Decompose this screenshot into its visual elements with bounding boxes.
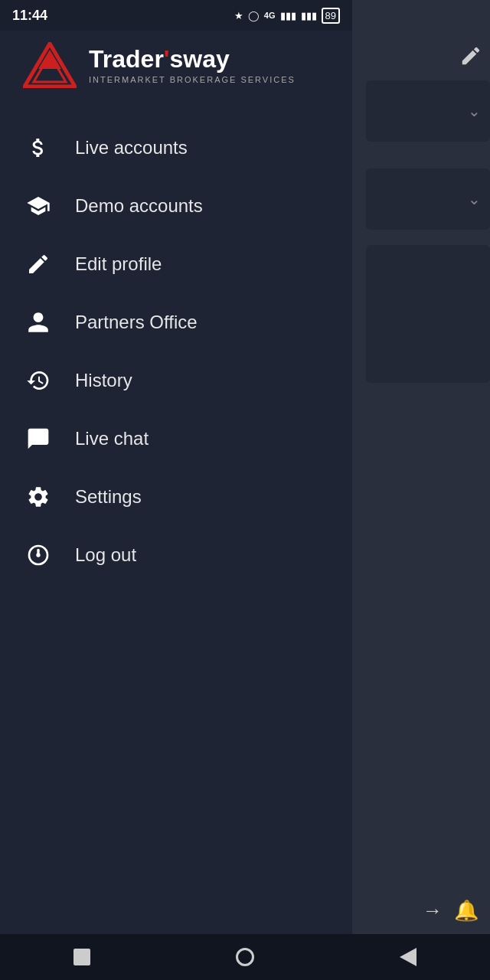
logo-text: Trader'sway INTERMARKET BROKERAGE SERVIC… xyxy=(89,46,296,83)
brand-subtitle: INTERMARKET BROKERAGE SERVICES xyxy=(89,75,296,84)
network-4g-icon: 4G xyxy=(264,11,276,20)
right-panel-card-2 xyxy=(366,149,490,157)
status-time: 11:44 xyxy=(12,8,47,24)
chevron-down-icon: ⌄ xyxy=(468,102,481,120)
status-icons: ★ ◯ 4G ▮▮▮ ▮▮▮ 89 xyxy=(234,8,340,24)
live-chat-label: Live chat xyxy=(75,428,149,449)
right-panel-card-4 xyxy=(366,245,490,383)
brand-name: Trader'sway xyxy=(89,46,296,73)
edit-icon[interactable] xyxy=(459,44,482,70)
battery-icon: 89 xyxy=(322,8,340,24)
bluetooth-icon: ★ xyxy=(234,10,243,21)
menu-list: Live accounts Demo accounts Edit profile xyxy=(0,111,352,980)
live-accounts-label: Live accounts xyxy=(75,137,188,158)
triangle-icon xyxy=(400,948,416,966)
menu-item-demo-accounts[interactable]: Demo accounts xyxy=(0,177,352,235)
home-button[interactable] xyxy=(226,938,264,976)
chevron-down-icon-2: ⌄ xyxy=(468,190,481,208)
back-button[interactable] xyxy=(389,938,427,976)
square-icon xyxy=(74,949,90,965)
right-panel-card-1: ⌄ xyxy=(366,80,490,142)
edit-profile-icon xyxy=(23,249,54,279)
menu-item-history[interactable]: History xyxy=(0,351,352,410)
svg-point-4 xyxy=(36,553,40,557)
partners-office-label: Partners Office xyxy=(75,312,198,333)
right-bottom-actions: → 🔔 xyxy=(415,891,486,930)
square-button[interactable] xyxy=(63,938,101,976)
demo-accounts-label: Demo accounts xyxy=(75,195,203,217)
dollar-icon xyxy=(23,132,54,163)
menu-item-live-chat[interactable]: Live chat xyxy=(0,410,352,468)
brand-name-part2: sway xyxy=(169,45,229,73)
settings-icon xyxy=(23,482,54,512)
menu-item-edit-profile[interactable]: Edit profile xyxy=(0,235,352,293)
alarm-icon: ◯ xyxy=(248,10,260,21)
menu-item-live-accounts[interactable]: Live accounts xyxy=(0,119,352,177)
circle-icon xyxy=(236,948,254,966)
chat-icon xyxy=(23,423,54,454)
partners-icon xyxy=(23,307,54,338)
settings-label: Settings xyxy=(75,486,142,508)
right-panel-background: ⌄ ⌄ → 🔔 xyxy=(352,0,490,980)
log-out-label: Log out xyxy=(75,544,136,566)
signal-bars-2-icon: ▮▮▮ xyxy=(301,10,317,21)
signal-bars-icon: ▮▮▮ xyxy=(280,10,296,21)
menu-item-log-out[interactable]: Log out xyxy=(0,526,352,584)
logo-icon xyxy=(23,42,77,88)
navigation-drawer: 11:44 ★ ◯ 4G ▮▮▮ ▮▮▮ 89 Trader'sway xyxy=(0,0,352,980)
brand-name-part1: Trader xyxy=(89,45,164,73)
right-panel-card-3: ⌄ xyxy=(366,168,490,230)
menu-item-settings[interactable]: Settings xyxy=(0,468,352,526)
notification-icon[interactable]: 🔔 xyxy=(454,899,479,923)
menu-item-partners-office[interactable]: Partners Office xyxy=(0,293,352,351)
graduation-icon xyxy=(23,191,54,221)
status-bar: 11:44 ★ ◯ 4G ▮▮▮ ▮▮▮ 89 xyxy=(0,0,352,31)
history-label: History xyxy=(75,370,132,391)
history-icon xyxy=(23,365,54,396)
share-icon[interactable]: → xyxy=(423,899,443,923)
logout-icon xyxy=(23,540,54,570)
edit-profile-label: Edit profile xyxy=(75,253,162,275)
bottom-navigation xyxy=(0,934,490,980)
